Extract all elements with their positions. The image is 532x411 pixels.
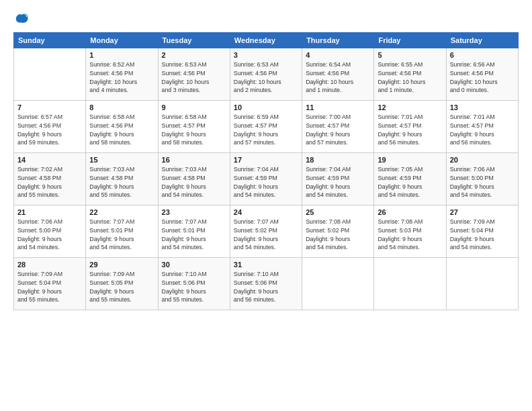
calendar-cell: 4Sunrise: 6:54 AM Sunset: 4:56 PM Daylig… (302, 48, 374, 101)
calendar-cell: 8Sunrise: 6:58 AM Sunset: 4:56 PM Daylig… (86, 101, 158, 153)
calendar-cell: 18Sunrise: 7:04 AM Sunset: 4:59 PM Dayli… (302, 153, 374, 205)
day-info: Sunrise: 7:08 AM Sunset: 5:02 PM Dayligh… (306, 218, 370, 252)
calendar-cell: 3Sunrise: 6:53 AM Sunset: 4:56 PM Daylig… (230, 48, 302, 101)
day-number: 18 (306, 156, 370, 164)
day-number: 8 (89, 103, 154, 111)
week-row: 28Sunrise: 7:09 AM Sunset: 5:04 PM Dayli… (14, 258, 519, 310)
day-number: 21 (17, 208, 82, 216)
day-info: Sunrise: 7:10 AM Sunset: 5:06 PM Dayligh… (162, 270, 226, 304)
header (13, 12, 519, 26)
calendar-cell: 29Sunrise: 7:09 AM Sunset: 5:05 PM Dayli… (86, 258, 158, 310)
header-day: Saturday (446, 33, 518, 48)
day-info: Sunrise: 6:58 AM Sunset: 4:57 PM Dayligh… (162, 113, 226, 147)
calendar-cell (302, 258, 374, 310)
header-day: Thursday (302, 33, 374, 48)
calendar-cell: 2Sunrise: 6:53 AM Sunset: 4:56 PM Daylig… (158, 48, 230, 101)
day-number: 14 (17, 156, 82, 164)
day-info: Sunrise: 7:01 AM Sunset: 4:57 PM Dayligh… (378, 113, 442, 147)
day-info: Sunrise: 6:52 AM Sunset: 4:56 PM Dayligh… (89, 60, 154, 95)
calendar-cell (14, 48, 86, 101)
day-number: 28 (17, 261, 82, 269)
header-day: Monday (86, 33, 158, 48)
calendar-cell: 20Sunrise: 7:06 AM Sunset: 5:00 PM Dayli… (446, 153, 518, 205)
week-row: 7Sunrise: 6:57 AM Sunset: 4:56 PM Daylig… (14, 101, 519, 153)
day-number: 20 (450, 156, 515, 164)
header-day: Wednesday (230, 33, 302, 48)
week-row: 21Sunrise: 7:06 AM Sunset: 5:00 PM Dayli… (14, 205, 519, 258)
calendar-cell: 25Sunrise: 7:08 AM Sunset: 5:02 PM Dayli… (302, 205, 374, 258)
day-info: Sunrise: 7:02 AM Sunset: 4:58 PM Dayligh… (17, 165, 82, 199)
day-number: 4 (306, 51, 370, 59)
day-number: 15 (89, 156, 154, 164)
header-day: Sunday (14, 33, 86, 48)
day-number: 12 (378, 103, 442, 111)
day-number: 9 (162, 103, 226, 111)
day-info: Sunrise: 7:06 AM Sunset: 5:00 PM Dayligh… (450, 165, 515, 199)
day-number: 19 (378, 156, 442, 164)
day-number: 22 (89, 208, 154, 216)
week-row: 14Sunrise: 7:02 AM Sunset: 4:58 PM Dayli… (14, 153, 519, 205)
day-number: 24 (234, 208, 298, 216)
page: SundayMondayTuesdayWednesdayThursdayFrid… (0, 0, 532, 411)
day-number: 26 (378, 208, 442, 216)
day-info: Sunrise: 7:10 AM Sunset: 5:06 PM Dayligh… (234, 270, 298, 304)
calendar-cell: 10Sunrise: 6:59 AM Sunset: 4:57 PM Dayli… (230, 101, 302, 153)
day-info: Sunrise: 7:00 AM Sunset: 4:57 PM Dayligh… (306, 113, 370, 147)
day-info: Sunrise: 7:06 AM Sunset: 5:00 PM Dayligh… (17, 218, 82, 252)
calendar-cell: 27Sunrise: 7:09 AM Sunset: 5:04 PM Dayli… (446, 205, 518, 258)
calendar-cell: 11Sunrise: 7:00 AM Sunset: 4:57 PM Dayli… (302, 101, 374, 153)
calendar-table: SundayMondayTuesdayWednesdayThursdayFrid… (13, 32, 519, 310)
day-info: Sunrise: 6:59 AM Sunset: 4:57 PM Dayligh… (234, 113, 298, 147)
calendar-cell: 5Sunrise: 6:55 AM Sunset: 4:56 PM Daylig… (374, 48, 446, 101)
header-day: Tuesday (158, 33, 230, 48)
calendar-cell: 15Sunrise: 7:03 AM Sunset: 4:58 PM Dayli… (86, 153, 158, 205)
header-row: SundayMondayTuesdayWednesdayThursdayFrid… (14, 33, 519, 48)
day-number: 5 (378, 51, 442, 59)
day-number: 27 (450, 208, 515, 216)
header-day: Friday (374, 33, 446, 48)
day-info: Sunrise: 7:07 AM Sunset: 5:01 PM Dayligh… (89, 218, 154, 252)
day-info: Sunrise: 7:03 AM Sunset: 4:58 PM Dayligh… (89, 165, 154, 199)
day-number: 10 (234, 103, 298, 111)
day-info: Sunrise: 6:56 AM Sunset: 4:56 PM Dayligh… (450, 60, 515, 95)
day-info: Sunrise: 7:09 AM Sunset: 5:04 PM Dayligh… (450, 218, 515, 252)
day-number: 6 (450, 51, 515, 59)
day-number: 1 (89, 51, 154, 59)
day-number: 7 (17, 103, 82, 111)
calendar-cell (446, 258, 518, 310)
calendar-cell: 1Sunrise: 6:52 AM Sunset: 4:56 PM Daylig… (86, 48, 158, 101)
day-info: Sunrise: 7:09 AM Sunset: 5:04 PM Dayligh… (17, 270, 82, 304)
calendar-cell: 24Sunrise: 7:07 AM Sunset: 5:02 PM Dayli… (230, 205, 302, 258)
calendar-cell: 14Sunrise: 7:02 AM Sunset: 4:58 PM Dayli… (14, 153, 86, 205)
day-number: 13 (450, 103, 515, 111)
calendar-cell: 30Sunrise: 7:10 AM Sunset: 5:06 PM Dayli… (158, 258, 230, 310)
day-info: Sunrise: 7:04 AM Sunset: 4:59 PM Dayligh… (306, 165, 370, 199)
week-row: 1Sunrise: 6:52 AM Sunset: 4:56 PM Daylig… (14, 48, 519, 101)
day-info: Sunrise: 7:03 AM Sunset: 4:58 PM Dayligh… (162, 165, 226, 199)
calendar-cell: 31Sunrise: 7:10 AM Sunset: 5:06 PM Dayli… (230, 258, 302, 310)
day-info: Sunrise: 7:09 AM Sunset: 5:05 PM Dayligh… (89, 270, 154, 304)
day-info: Sunrise: 6:58 AM Sunset: 4:56 PM Dayligh… (89, 113, 154, 147)
calendar-cell: 17Sunrise: 7:04 AM Sunset: 4:59 PM Dayli… (230, 153, 302, 205)
day-info: Sunrise: 6:53 AM Sunset: 4:56 PM Dayligh… (162, 60, 226, 95)
calendar-cell: 19Sunrise: 7:05 AM Sunset: 4:59 PM Dayli… (374, 153, 446, 205)
calendar-cell: 9Sunrise: 6:58 AM Sunset: 4:57 PM Daylig… (158, 101, 230, 153)
calendar-cell (374, 258, 446, 310)
calendar-cell: 16Sunrise: 7:03 AM Sunset: 4:58 PM Dayli… (158, 153, 230, 205)
day-info: Sunrise: 6:53 AM Sunset: 4:56 PM Dayligh… (234, 60, 298, 95)
day-number: 29 (89, 261, 154, 269)
day-info: Sunrise: 6:55 AM Sunset: 4:56 PM Dayligh… (378, 60, 442, 95)
calendar-cell: 7Sunrise: 6:57 AM Sunset: 4:56 PM Daylig… (14, 101, 86, 153)
day-number: 31 (234, 261, 298, 269)
logo-icon (13, 11, 28, 26)
calendar-cell: 28Sunrise: 7:09 AM Sunset: 5:04 PM Dayli… (14, 258, 86, 310)
calendar-cell: 22Sunrise: 7:07 AM Sunset: 5:01 PM Dayli… (86, 205, 158, 258)
calendar-cell: 6Sunrise: 6:56 AM Sunset: 4:56 PM Daylig… (446, 48, 518, 101)
calendar-cell: 21Sunrise: 7:06 AM Sunset: 5:00 PM Dayli… (14, 205, 86, 258)
day-info: Sunrise: 6:57 AM Sunset: 4:56 PM Dayligh… (17, 113, 82, 147)
day-info: Sunrise: 7:05 AM Sunset: 4:59 PM Dayligh… (378, 165, 442, 199)
day-number: 30 (162, 261, 226, 269)
day-number: 11 (306, 103, 370, 111)
day-info: Sunrise: 7:01 AM Sunset: 4:57 PM Dayligh… (450, 113, 515, 147)
day-number: 16 (162, 156, 226, 164)
